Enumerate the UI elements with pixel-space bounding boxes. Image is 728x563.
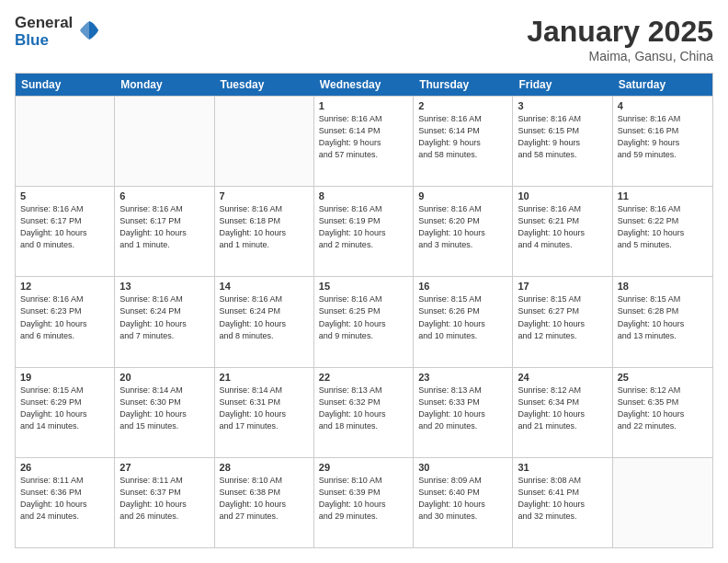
day-number: 5 — [20, 190, 109, 201]
calendar-cell: 4Sunrise: 8:16 AM Sunset: 6:16 PM Daylig… — [613, 97, 712, 186]
calendar-cell: 27Sunrise: 8:11 AM Sunset: 6:37 PM Dayli… — [115, 458, 214, 547]
calendar-cell: 25Sunrise: 8:12 AM Sunset: 6:35 PM Dayli… — [613, 368, 712, 457]
calendar-cell: 30Sunrise: 8:09 AM Sunset: 6:40 PM Dayli… — [414, 458, 513, 547]
day-number: 22 — [319, 372, 408, 383]
calendar-cell: 18Sunrise: 8:15 AM Sunset: 6:28 PM Dayli… — [613, 277, 712, 366]
calendar-cell — [613, 458, 712, 547]
logo-icon — [76, 17, 102, 43]
day-info: Sunrise: 8:13 AM Sunset: 6:32 PM Dayligh… — [319, 385, 408, 432]
day-info: Sunrise: 8:15 AM Sunset: 6:26 PM Dayligh… — [418, 293, 507, 341]
day-info: Sunrise: 8:12 AM Sunset: 6:35 PM Dayligh… — [618, 385, 708, 432]
day-number: 13 — [119, 281, 209, 292]
calendar-cell: 9Sunrise: 8:16 AM Sunset: 6:20 PM Daylig… — [414, 187, 513, 276]
calendar-cell: 28Sunrise: 8:10 AM Sunset: 6:38 PM Dayli… — [215, 458, 314, 547]
day-number: 14 — [220, 281, 309, 292]
calendar-header-cell: Thursday — [414, 74, 513, 96]
day-info: Sunrise: 8:16 AM Sunset: 6:20 PM Dayligh… — [418, 203, 507, 251]
day-info: Sunrise: 8:15 AM Sunset: 6:28 PM Dayligh… — [618, 293, 708, 341]
calendar-cell: 16Sunrise: 8:15 AM Sunset: 6:26 PM Dayli… — [414, 277, 513, 366]
day-info: Sunrise: 8:16 AM Sunset: 6:16 PM Dayligh… — [618, 113, 708, 161]
day-number: 7 — [220, 190, 309, 201]
calendar-cell: 17Sunrise: 8:15 AM Sunset: 6:27 PM Dayli… — [513, 277, 612, 366]
calendar-cell: 22Sunrise: 8:13 AM Sunset: 6:32 PM Dayli… — [314, 368, 414, 457]
calendar-cell: 24Sunrise: 8:12 AM Sunset: 6:34 PM Dayli… — [513, 368, 612, 457]
day-number: 24 — [518, 372, 607, 383]
calendar-header-cell: Saturday — [613, 74, 712, 96]
day-info: Sunrise: 8:16 AM Sunset: 6:24 PM Dayligh… — [119, 293, 209, 341]
calendar-cell: 2Sunrise: 8:16 AM Sunset: 6:14 PM Daylig… — [414, 97, 513, 186]
day-number: 3 — [518, 100, 607, 111]
calendar-cell — [115, 97, 214, 186]
day-info: Sunrise: 8:16 AM Sunset: 6:17 PM Dayligh… — [20, 203, 109, 251]
day-number: 27 — [119, 462, 209, 473]
day-number: 30 — [418, 462, 507, 473]
day-info: Sunrise: 8:11 AM Sunset: 6:36 PM Dayligh… — [20, 475, 109, 523]
day-info: Sunrise: 8:09 AM Sunset: 6:40 PM Dayligh… — [418, 475, 507, 523]
calendar-header-cell: Tuesday — [215, 74, 314, 96]
calendar-cell: 8Sunrise: 8:16 AM Sunset: 6:19 PM Daylig… — [314, 187, 414, 276]
day-number: 28 — [220, 462, 309, 473]
calendar-header-cell: Sunday — [16, 74, 115, 96]
day-info: Sunrise: 8:15 AM Sunset: 6:27 PM Dayligh… — [518, 293, 607, 341]
day-number: 4 — [618, 100, 708, 111]
calendar-cell: 19Sunrise: 8:15 AM Sunset: 6:29 PM Dayli… — [16, 368, 115, 457]
logo-blue: Blue — [15, 32, 73, 50]
calendar-cell: 23Sunrise: 8:13 AM Sunset: 6:33 PM Dayli… — [414, 368, 513, 457]
day-info: Sunrise: 8:16 AM Sunset: 6:14 PM Dayligh… — [319, 113, 408, 161]
day-number: 16 — [418, 281, 507, 292]
calendar-week-row: 19Sunrise: 8:15 AM Sunset: 6:29 PM Dayli… — [16, 367, 712, 457]
day-number: 18 — [618, 281, 708, 292]
calendar-body: 1Sunrise: 8:16 AM Sunset: 6:14 PM Daylig… — [16, 96, 712, 547]
calendar-cell: 31Sunrise: 8:08 AM Sunset: 6:41 PM Dayli… — [513, 458, 612, 547]
day-info: Sunrise: 8:16 AM Sunset: 6:21 PM Dayligh… — [518, 203, 607, 251]
page: General Blue January 2025 Maima, Gansu, … — [0, 0, 728, 563]
calendar-header-cell: Monday — [115, 74, 214, 96]
day-info: Sunrise: 8:16 AM Sunset: 6:25 PM Dayligh… — [319, 293, 408, 341]
day-info: Sunrise: 8:16 AM Sunset: 6:14 PM Dayligh… — [418, 113, 507, 161]
calendar-cell: 1Sunrise: 8:16 AM Sunset: 6:14 PM Daylig… — [314, 97, 414, 186]
title-block: January 2025 Maima, Gansu, China — [527, 15, 713, 63]
day-info: Sunrise: 8:16 AM Sunset: 6:17 PM Dayligh… — [119, 203, 209, 251]
calendar-header-row: SundayMondayTuesdayWednesdayThursdayFrid… — [16, 74, 712, 96]
day-info: Sunrise: 8:16 AM Sunset: 6:24 PM Dayligh… — [220, 293, 309, 341]
day-info: Sunrise: 8:15 AM Sunset: 6:29 PM Dayligh… — [20, 385, 109, 432]
calendar: SundayMondayTuesdayWednesdayThursdayFrid… — [15, 73, 713, 548]
calendar-cell: 10Sunrise: 8:16 AM Sunset: 6:21 PM Dayli… — [513, 187, 612, 276]
calendar-week-row: 12Sunrise: 8:16 AM Sunset: 6:23 PM Dayli… — [16, 276, 712, 366]
calendar-cell: 15Sunrise: 8:16 AM Sunset: 6:25 PM Dayli… — [314, 277, 414, 366]
calendar-cell: 26Sunrise: 8:11 AM Sunset: 6:36 PM Dayli… — [16, 458, 115, 547]
calendar-cell: 11Sunrise: 8:16 AM Sunset: 6:22 PM Dayli… — [613, 187, 712, 276]
calendar-cell — [215, 97, 314, 186]
day-info: Sunrise: 8:11 AM Sunset: 6:37 PM Dayligh… — [119, 475, 209, 523]
day-info: Sunrise: 8:14 AM Sunset: 6:30 PM Dayligh… — [119, 385, 209, 432]
calendar-header-cell: Wednesday — [314, 74, 414, 96]
day-number: 19 — [20, 372, 109, 383]
day-number: 8 — [319, 190, 408, 201]
day-number: 31 — [518, 462, 607, 473]
calendar-week-row: 5Sunrise: 8:16 AM Sunset: 6:17 PM Daylig… — [16, 186, 712, 276]
day-info: Sunrise: 8:14 AM Sunset: 6:31 PM Dayligh… — [220, 385, 309, 432]
day-info: Sunrise: 8:10 AM Sunset: 6:39 PM Dayligh… — [319, 475, 408, 523]
logo-general: General — [15, 15, 73, 32]
day-info: Sunrise: 8:16 AM Sunset: 6:22 PM Dayligh… — [618, 203, 708, 251]
day-number: 26 — [20, 462, 109, 473]
calendar-week-row: 1Sunrise: 8:16 AM Sunset: 6:14 PM Daylig… — [16, 96, 712, 186]
day-info: Sunrise: 8:13 AM Sunset: 6:33 PM Dayligh… — [418, 385, 507, 432]
logo: General Blue — [15, 15, 102, 49]
calendar-cell: 5Sunrise: 8:16 AM Sunset: 6:17 PM Daylig… — [16, 187, 115, 276]
calendar-cell: 14Sunrise: 8:16 AM Sunset: 6:24 PM Dayli… — [215, 277, 314, 366]
day-number: 6 — [119, 190, 209, 201]
calendar-week-row: 26Sunrise: 8:11 AM Sunset: 6:36 PM Dayli… — [16, 457, 712, 547]
day-info: Sunrise: 8:08 AM Sunset: 6:41 PM Dayligh… — [518, 475, 607, 523]
day-info: Sunrise: 8:16 AM Sunset: 6:18 PM Dayligh… — [220, 203, 309, 251]
calendar-cell: 7Sunrise: 8:16 AM Sunset: 6:18 PM Daylig… — [215, 187, 314, 276]
calendar-cell: 21Sunrise: 8:14 AM Sunset: 6:31 PM Dayli… — [215, 368, 314, 457]
day-number: 23 — [418, 372, 507, 383]
day-number: 10 — [518, 190, 607, 201]
day-info: Sunrise: 8:12 AM Sunset: 6:34 PM Dayligh… — [518, 385, 607, 432]
day-number: 21 — [220, 372, 309, 383]
day-number: 1 — [319, 100, 408, 111]
calendar-cell: 20Sunrise: 8:14 AM Sunset: 6:30 PM Dayli… — [115, 368, 214, 457]
calendar-cell: 29Sunrise: 8:10 AM Sunset: 6:39 PM Dayli… — [314, 458, 414, 547]
calendar-header-cell: Friday — [513, 74, 612, 96]
